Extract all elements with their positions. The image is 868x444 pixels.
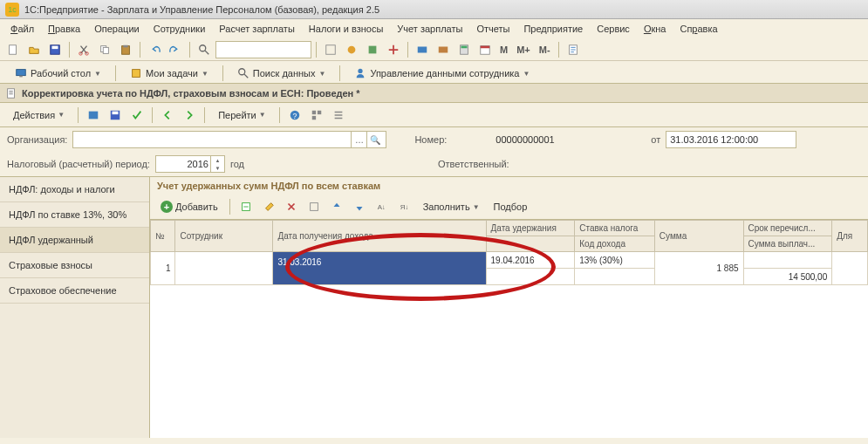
move-down-icon[interactable] [350, 197, 369, 216]
edit-row-icon[interactable] [236, 197, 256, 216]
cell-employee[interactable] [175, 252, 273, 285]
list-icon[interactable] [329, 106, 348, 125]
cell-income-date[interactable]: 31.03.2016 [273, 252, 486, 285]
save-icon[interactable] [106, 106, 125, 125]
org-input[interactable]: … 🔍 [72, 131, 386, 148]
tool-c-icon[interactable] [363, 40, 382, 59]
mem-mminus[interactable]: M- [536, 44, 554, 55]
menu-service[interactable]: Сервис [591, 22, 635, 36]
menu-payroll[interactable]: Расчет зарплаты [214, 22, 300, 36]
menu-help[interactable]: Справка [674, 22, 722, 36]
menu-employees[interactable]: Сотрудники [148, 22, 211, 36]
tool-d-icon[interactable] [384, 40, 403, 59]
paste-icon[interactable] [116, 40, 135, 59]
tool-a-icon[interactable] [321, 40, 340, 59]
cell-for[interactable] [832, 252, 868, 285]
col-withhold-date[interactable]: Дата удержания [486, 221, 575, 236]
report-icon[interactable] [564, 40, 583, 59]
ellipsis-icon[interactable]: … [351, 132, 366, 147]
calc-icon[interactable] [455, 40, 474, 59]
period-spinner[interactable]: 2016 ▲ ▼ [155, 155, 225, 173]
cell-rate[interactable]: 13% (30%) [575, 252, 655, 269]
cell-transfer[interactable] [743, 252, 832, 269]
cell-num[interactable]: 1 [151, 252, 175, 285]
search-icon[interactable]: 🔍 [366, 132, 382, 147]
table-row[interactable]: 1 31.03.2016 19.04.2016 13% (30%) 1 885 [151, 252, 868, 269]
tab-empdata[interactable]: Управление данными сотрудника ▼ [345, 64, 539, 82]
delete-row-icon[interactable] [282, 197, 301, 216]
menu-reports[interactable]: Отчеты [471, 22, 515, 36]
tool-f-icon[interactable] [434, 40, 453, 59]
menu-accounting[interactable]: Учет зарплаты [392, 22, 468, 36]
struct-icon[interactable] [307, 106, 326, 125]
tab-desktop[interactable]: Рабочий стол ▼ [5, 64, 111, 82]
cell-paid[interactable]: 14 500,00 [743, 269, 832, 285]
copy-row-icon[interactable] [259, 197, 278, 216]
spinner-down-icon[interactable]: ▼ [211, 164, 224, 172]
copy-icon[interactable] [95, 40, 114, 59]
col-paid[interactable]: Сумма выплач... [743, 236, 832, 252]
tool-b-icon[interactable] [342, 40, 361, 59]
ok-icon[interactable] [127, 106, 147, 125]
calendar-icon[interactable] [475, 40, 495, 59]
svg-rect-22 [133, 70, 140, 78]
menu-operations[interactable]: Операции [89, 22, 144, 36]
col-sum[interactable]: Сумма [654, 221, 743, 252]
menu-file[interactable]: Файл [5, 22, 39, 36]
open-icon[interactable] [24, 40, 44, 59]
search-combo[interactable] [215, 41, 311, 58]
add-button[interactable]: + Добавить [155, 198, 223, 215]
nav-prev-icon[interactable] [158, 106, 177, 125]
menu-enterprise[interactable]: Предприятие [518, 22, 588, 36]
post-icon[interactable] [84, 106, 103, 125]
redo-icon[interactable] [166, 40, 185, 59]
tab-search[interactable]: Поиск данных ▼ [228, 64, 336, 82]
save-icon[interactable] [45, 40, 65, 59]
col-num[interactable]: № [151, 221, 175, 252]
tab-tasks[interactable]: Мои задачи ▼ [120, 64, 218, 82]
sidebar-item-insurance-contrib[interactable]: Страховые взносы [0, 253, 149, 278]
menu-taxes[interactable]: Налоги и взносы [304, 22, 389, 36]
sort-asc-icon[interactable]: A↓ [372, 197, 392, 216]
col-employee[interactable]: Сотрудник [175, 221, 273, 252]
new-icon[interactable] [3, 40, 23, 59]
date-input[interactable]: 31.03.2016 12:00:00 [666, 131, 796, 148]
menu-windows[interactable]: Окна [639, 22, 672, 36]
tool-e-icon[interactable] [413, 40, 432, 59]
svg-rect-26 [89, 111, 99, 119]
mem-m[interactable]: M [496, 44, 511, 55]
col-income-date[interactable]: Дата получения дохода [273, 221, 486, 252]
move-up-icon[interactable] [327, 197, 346, 216]
spinner-up-icon[interactable]: ▲ [211, 156, 224, 164]
number-value: 00000000001 [492, 131, 605, 148]
props-icon[interactable] [304, 197, 324, 216]
col-transfer[interactable]: Срок перечисл... [743, 221, 832, 236]
cell-withhold-date[interactable]: 19.04.2016 [486, 252, 575, 269]
form-row-org: Организация: … 🔍 Номер: 00000000001 от 3… [0, 127, 868, 152]
undo-icon[interactable] [145, 40, 164, 59]
col-income-code[interactable] [486, 236, 575, 252]
pick-button[interactable]: Подбор [489, 199, 533, 215]
col-rate[interactable]: Ставка налога [575, 221, 655, 236]
sort-desc-icon[interactable]: Я↓ [395, 197, 414, 216]
data-grid[interactable]: № Сотрудник Дата получения дохода Дата у… [150, 220, 868, 438]
nav-next-icon[interactable] [180, 106, 199, 125]
goto-button[interactable]: Перейти ▼ [210, 106, 274, 124]
svg-rect-32 [318, 110, 321, 113]
cell-blank[interactable] [486, 269, 575, 285]
sidebar-item-insurance-coverage[interactable]: Страховое обеспечение [0, 278, 149, 304]
sidebar-item-ndfl-withheld[interactable]: НДФЛ удержанный [0, 228, 149, 253]
cut-icon[interactable] [74, 40, 93, 59]
cell-income-code[interactable] [575, 269, 655, 285]
search-icon[interactable] [195, 40, 214, 59]
fill-button[interactable]: Заполнить ▼ [418, 199, 485, 215]
cell-sum[interactable]: 1 885 [654, 252, 743, 285]
sidebar-item-ndfl-rate[interactable]: НДФЛ по ставке 13%, 30% [0, 202, 149, 228]
help-icon[interactable]: ? [285, 106, 304, 125]
mem-mplus[interactable]: M+ [513, 44, 534, 55]
sidebar-item-ndfl-income[interactable]: НДФЛ: доходы и налоги [0, 177, 149, 202]
col-for[interactable]: Для [832, 221, 868, 252]
actions-button[interactable]: Действия ▼ [5, 106, 72, 124]
col-income-code2[interactable]: Код дохода [575, 236, 655, 252]
menu-edit[interactable]: Правка [43, 22, 85, 36]
